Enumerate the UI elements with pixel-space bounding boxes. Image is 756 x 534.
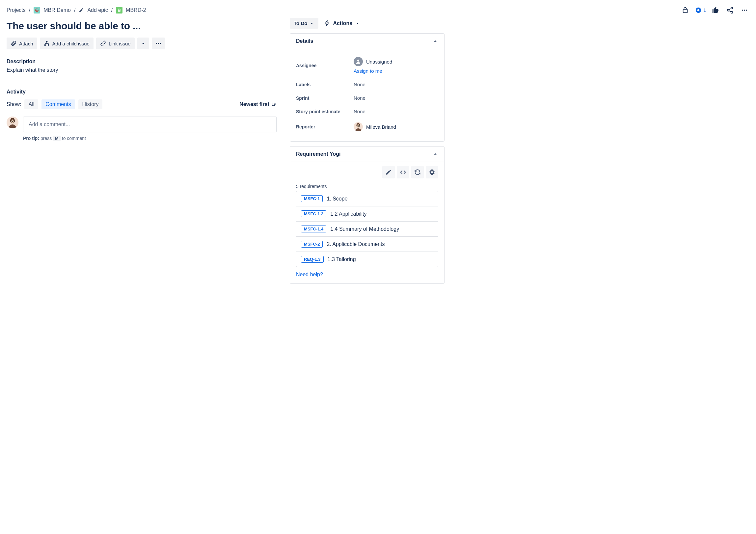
svg-point-10 (744, 10, 745, 11)
chevron-up-icon (432, 151, 438, 157)
status-value: To Do (294, 20, 307, 26)
ry-refresh-button[interactable] (411, 166, 424, 178)
requirement-title: 1.4 Summary of Methodology (330, 226, 399, 232)
labels-label: Labels (296, 82, 354, 87)
requirement-key: MSFC-2 (301, 241, 323, 248)
more-toolbar-button[interactable] (152, 38, 165, 49)
assignee-label: Assignee (296, 63, 354, 68)
link-issue-button[interactable]: Link issue (96, 38, 135, 49)
status-dropdown[interactable]: To Do (290, 18, 318, 29)
page-title[interactable]: The user should be able to ... (7, 20, 277, 32)
assignee-field[interactable]: Unassigned Assign to me (354, 57, 438, 74)
requirement-title: 2. Applicable Documents (327, 241, 385, 247)
tab-all[interactable]: All (24, 99, 38, 109)
details-header[interactable]: Details (290, 34, 444, 49)
requirement-yogi-panel: Requirement Yogi (290, 146, 445, 284)
svg-point-8 (731, 12, 733, 13)
epic-type-icon (116, 7, 122, 13)
story-points-label: Story point estimate (296, 109, 354, 114)
requirement-title: 1.2 Applicability (330, 211, 366, 217)
user-avatar (7, 117, 18, 128)
ry-header[interactable]: Requirement Yogi (290, 147, 444, 162)
watch-count: 1 (703, 8, 706, 13)
add-child-button[interactable]: Add a child issue (40, 38, 94, 49)
requirement-key: MSFC-1 (301, 195, 323, 202)
chevron-down-icon (355, 21, 360, 26)
share-button[interactable] (725, 5, 735, 15)
svg-point-6 (731, 7, 733, 9)
breadcrumb-sep: / (29, 7, 30, 13)
svg-rect-2 (119, 9, 120, 10)
actions-label: Actions (333, 20, 352, 26)
add-child-label: Add a child issue (52, 41, 90, 46)
sort-label: Newest first (239, 101, 269, 107)
requirement-key: MSFC-1.4 (301, 226, 326, 232)
sort-icon (271, 102, 277, 107)
requirement-row[interactable]: MSFC-22. Applicable Documents (296, 237, 438, 252)
comment-input[interactable]: Add a comment... (23, 117, 277, 132)
assignee-value: Unassigned (366, 59, 392, 65)
breadcrumb-sep: / (74, 7, 75, 13)
chevron-up-icon (432, 38, 438, 44)
svg-point-22 (357, 60, 359, 62)
labels-value[interactable]: None (354, 82, 438, 87)
description-label: Description (7, 59, 277, 65)
ry-help-link[interactable]: Need help? (296, 272, 323, 278)
link-issue-label: Link issue (109, 41, 131, 46)
svg-rect-13 (44, 44, 46, 46)
breadcrumb-projects[interactable]: Projects (7, 7, 26, 13)
more-actions-button[interactable] (740, 5, 749, 15)
lock-open-icon[interactable] (680, 5, 690, 15)
requirement-row[interactable]: REQ-1.31.3 Tailoring (296, 252, 438, 267)
pro-tip-key: M (53, 136, 61, 141)
assign-to-me-link[interactable]: Assign to me (354, 68, 392, 74)
sprint-value[interactable]: None (354, 95, 438, 101)
tab-comments[interactable]: Comments (41, 99, 75, 109)
details-panel: Details Assignee Unassigned (290, 33, 445, 142)
svg-point-9 (742, 10, 743, 11)
ry-settings-button[interactable] (426, 166, 438, 178)
attach-button[interactable]: Attach (7, 38, 37, 49)
pro-tip: Pro tip: press M to comment (23, 136, 277, 141)
requirement-row[interactable]: MSFC-1.21.2 Applicability (296, 206, 438, 222)
requirement-row[interactable]: MSFC-1.41.4 Summary of Methodology (296, 222, 438, 237)
reporter-avatar (354, 122, 363, 131)
attach-label: Attach (19, 41, 33, 46)
breadcrumb-project-name[interactable]: MBR Demo (43, 7, 71, 13)
svg-point-7 (727, 9, 729, 11)
breadcrumb: Projects / MBR Demo / Add epic / MBRD-2 (7, 7, 146, 13)
ry-code-button[interactable] (397, 166, 409, 178)
chevron-down-icon (309, 21, 314, 26)
project-icon (34, 7, 40, 13)
requirement-key: REQ-1.3 (301, 256, 324, 263)
ry-edit-button[interactable] (382, 166, 395, 178)
reporter-value: Mileva Briand (366, 124, 396, 130)
reporter-field[interactable]: Mileva Briand (354, 122, 438, 131)
description-text[interactable]: Explain what the story (7, 67, 277, 73)
tab-history[interactable]: History (78, 99, 103, 109)
sort-button[interactable]: Newest first (239, 101, 277, 107)
lightning-icon (324, 20, 330, 27)
svg-point-15 (156, 43, 157, 44)
requirement-title: 1.3 Tailoring (328, 256, 356, 262)
sprint-label: Sprint (296, 95, 354, 101)
like-button[interactable] (711, 5, 720, 15)
breadcrumb-add-epic[interactable]: Add epic (87, 7, 108, 13)
svg-rect-3 (119, 10, 120, 10)
breadcrumb-sep: / (111, 7, 113, 13)
svg-point-17 (160, 43, 161, 44)
svg-point-11 (746, 10, 747, 11)
activity-label: Activity (7, 89, 277, 95)
corner-actions: 1 (680, 5, 749, 15)
pencil-icon (79, 8, 84, 13)
requirement-row[interactable]: MSFC-11. Scope (296, 191, 438, 206)
watch-button[interactable]: 1 (695, 7, 706, 14)
show-label: Show: (7, 101, 21, 107)
link-dropdown-button[interactable] (137, 38, 149, 49)
svg-point-16 (158, 43, 159, 44)
ry-count: 5 requirements (296, 184, 438, 189)
breadcrumb-issue-key[interactable]: MBRD-2 (126, 7, 146, 13)
requirement-key: MSFC-1.2 (301, 210, 326, 217)
story-points-value[interactable]: None (354, 109, 438, 114)
actions-dropdown[interactable]: Actions (324, 20, 360, 27)
